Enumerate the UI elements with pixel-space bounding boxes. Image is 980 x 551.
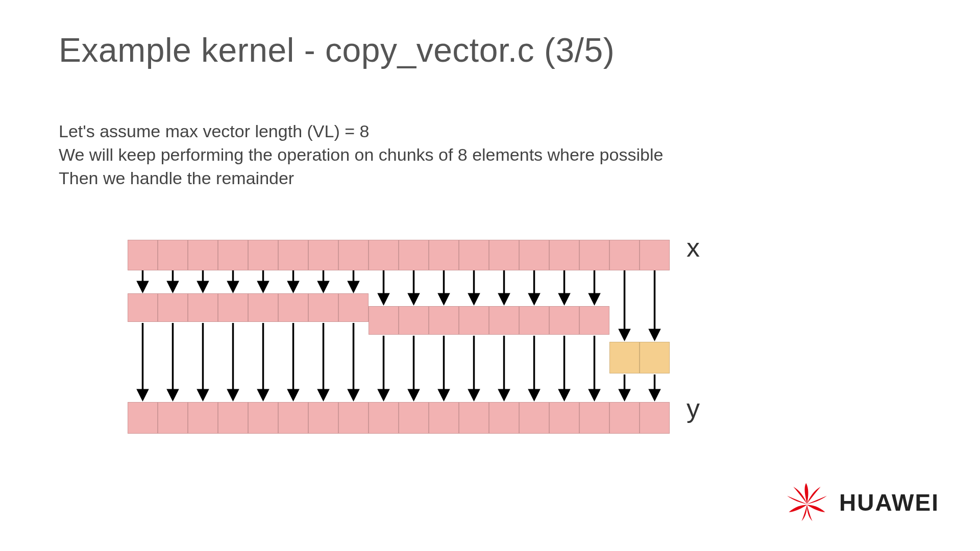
huawei-logo: HUAWEI bbox=[784, 482, 939, 523]
vector-cell bbox=[640, 240, 670, 270]
vector-cell bbox=[248, 240, 278, 270]
vector-cell bbox=[338, 293, 369, 322]
vector-cell bbox=[489, 240, 519, 270]
vector-cell bbox=[399, 402, 429, 434]
vector-cell bbox=[369, 240, 399, 270]
vector-cell bbox=[308, 293, 338, 322]
row-dest-y bbox=[128, 402, 670, 434]
huawei-logo-text: HUAWEI bbox=[839, 489, 939, 516]
vector-cell bbox=[338, 402, 369, 434]
row-chunk-2 bbox=[369, 306, 609, 335]
label-y: y bbox=[687, 393, 700, 423]
vector-cell bbox=[158, 293, 188, 322]
body-line-2: We will keep performing the operation on… bbox=[59, 143, 663, 167]
vector-cell bbox=[429, 402, 459, 434]
vector-cell bbox=[308, 240, 338, 270]
vector-cell bbox=[158, 240, 188, 270]
vector-cell bbox=[158, 402, 188, 434]
vector-cell bbox=[188, 240, 218, 270]
vector-cell bbox=[640, 342, 670, 373]
vector-cell bbox=[609, 342, 640, 373]
vector-cell bbox=[579, 402, 609, 434]
slide: Example kernel - copy_vector.c (3/5) Let… bbox=[0, 0, 980, 551]
label-x: x bbox=[687, 232, 700, 263]
vector-cell bbox=[429, 240, 459, 270]
vector-cell bbox=[579, 240, 609, 270]
vector-diagram: x y bbox=[128, 240, 669, 434]
vector-cell bbox=[459, 240, 489, 270]
vector-cell bbox=[489, 402, 519, 434]
slide-body: Let's assume max vector length (VL) = 8 … bbox=[59, 120, 663, 190]
vector-cell bbox=[549, 402, 579, 434]
vector-cell bbox=[248, 293, 278, 322]
vector-cell bbox=[369, 402, 399, 434]
vector-cell bbox=[549, 306, 579, 335]
vector-cell bbox=[218, 240, 248, 270]
vector-cell bbox=[399, 306, 429, 335]
vector-cell bbox=[128, 240, 158, 270]
huawei-flower-icon bbox=[784, 482, 830, 523]
vector-cell bbox=[579, 306, 609, 335]
vector-cell bbox=[188, 293, 218, 322]
vector-cell bbox=[128, 402, 158, 434]
vector-cell bbox=[609, 240, 640, 270]
vector-cell bbox=[519, 306, 549, 335]
vector-cell bbox=[369, 306, 399, 335]
slide-title: Example kernel - copy_vector.c (3/5) bbox=[59, 31, 615, 69]
vector-cell bbox=[519, 402, 549, 434]
vector-cell bbox=[459, 306, 489, 335]
vector-cell bbox=[338, 240, 369, 270]
row-chunk-1 bbox=[128, 293, 369, 322]
vector-cell bbox=[308, 402, 338, 434]
body-line-1: Let's assume max vector length (VL) = 8 bbox=[59, 120, 663, 143]
vector-cell bbox=[609, 402, 640, 434]
vector-cell bbox=[188, 402, 218, 434]
row-source-x bbox=[128, 240, 670, 270]
vector-cell bbox=[459, 402, 489, 434]
row-remainder bbox=[609, 342, 670, 373]
vector-cell bbox=[489, 306, 519, 335]
vector-cell bbox=[278, 240, 308, 270]
body-line-3: Then we handle the remainder bbox=[59, 167, 663, 190]
vector-cell bbox=[218, 402, 248, 434]
vector-cell bbox=[218, 293, 248, 322]
vector-cell bbox=[278, 402, 308, 434]
vector-cell bbox=[248, 402, 278, 434]
vector-cell bbox=[640, 402, 670, 434]
vector-cell bbox=[429, 306, 459, 335]
vector-cell bbox=[519, 240, 549, 270]
vector-cell bbox=[549, 240, 579, 270]
vector-cell bbox=[128, 293, 158, 322]
vector-cell bbox=[278, 293, 308, 322]
vector-cell bbox=[399, 240, 429, 270]
